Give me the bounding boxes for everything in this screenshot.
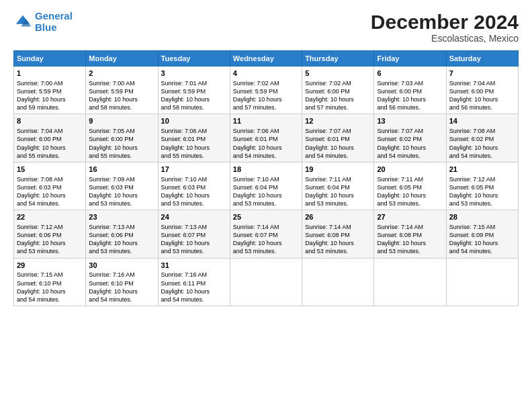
day-number: 8	[17, 116, 83, 126]
day-number: 21	[449, 165, 515, 175]
col-friday: Friday	[374, 51, 446, 66]
sunset-label: Sunset: 6:00 PM	[17, 136, 62, 142]
daylight-label: Daylight: 10 hours	[377, 240, 426, 246]
col-wednesday: Wednesday	[230, 51, 302, 66]
cell-w1-d3: 3Sunrise: 7:01 AMSunset: 5:59 PMDaylight…	[158, 66, 230, 114]
sunset-label: Sunset: 6:00 PM	[305, 88, 350, 95]
sunrise-label: Sunrise: 7:05 AM	[89, 128, 135, 134]
sunset-label: Sunset: 6:07 PM	[161, 232, 206, 238]
daylight-detail: and 53 minutes.	[449, 200, 492, 207]
cell-w3-d7: 21Sunrise: 7:12 AMSunset: 6:05 PMDayligh…	[446, 162, 518, 210]
cell-w2-d7: 14Sunrise: 7:08 AMSunset: 6:02 PMDayligh…	[446, 114, 518, 162]
daylight-label: Daylight: 10 hours	[17, 144, 66, 151]
daylight-label: Daylight: 10 hours	[161, 144, 210, 151]
daylight-detail: and 54 minutes.	[17, 296, 60, 303]
cell-w5-d3: 31Sunrise: 7:16 AMSunset: 6:11 PMDayligh…	[158, 258, 230, 306]
sunset-label: Sunset: 6:08 PM	[377, 232, 422, 238]
logo-icon	[13, 13, 32, 32]
sunrise-label: Sunrise: 7:03 AM	[377, 80, 423, 87]
daylight-detail: and 53 minutes.	[305, 200, 348, 207]
daylight-label: Daylight: 10 hours	[377, 96, 426, 103]
cell-w2-d3: 10Sunrise: 7:06 AMSunset: 6:01 PMDayligh…	[158, 114, 230, 162]
daylight-label: Daylight: 10 hours	[161, 192, 210, 199]
sunrise-label: Sunrise: 7:00 AM	[17, 80, 63, 87]
daylight-detail: and 53 minutes.	[89, 248, 132, 255]
cell-w4-d2: 23Sunrise: 7:13 AMSunset: 6:06 PMDayligh…	[86, 210, 158, 258]
cell-w2-d6: 13Sunrise: 7:07 AMSunset: 6:02 PMDayligh…	[374, 114, 446, 162]
cell-w2-d5: 12Sunrise: 7:07 AMSunset: 6:01 PMDayligh…	[302, 114, 374, 162]
sunrise-label: Sunrise: 7:15 AM	[17, 271, 63, 278]
sunrise-label: Sunrise: 7:14 AM	[377, 224, 423, 230]
cell-w3-d6: 20Sunrise: 7:11 AMSunset: 6:05 PMDayligh…	[374, 162, 446, 210]
sunset-label: Sunset: 6:10 PM	[17, 280, 62, 287]
logo: General Blue	[13, 11, 73, 33]
daylight-label: Daylight: 10 hours	[233, 192, 282, 199]
cell-w1-d4: 4Sunrise: 7:02 AMSunset: 5:59 PMDaylight…	[230, 66, 302, 114]
sunrise-label: Sunrise: 7:12 AM	[449, 176, 496, 183]
sunrise-label: Sunrise: 7:01 AM	[161, 80, 208, 87]
daylight-label: Daylight: 10 hours	[449, 96, 498, 103]
sunset-label: Sunset: 6:00 PM	[89, 136, 134, 142]
daylight-detail: and 53 minutes.	[17, 248, 60, 255]
sunset-label: Sunset: 6:01 PM	[233, 136, 278, 142]
sunset-label: Sunset: 6:00 PM	[377, 88, 422, 95]
day-number: 17	[161, 165, 227, 175]
sunrise-label: Sunrise: 7:12 AM	[17, 224, 63, 230]
daylight-label: Daylight: 10 hours	[161, 96, 210, 103]
daylight-detail: and 54 minutes.	[89, 296, 132, 303]
week-row-5: 29Sunrise: 7:15 AMSunset: 6:10 PMDayligh…	[14, 258, 519, 306]
daylight-label: Daylight: 10 hours	[449, 192, 498, 199]
sunset-label: Sunset: 6:02 PM	[449, 136, 494, 142]
sunrise-label: Sunrise: 7:13 AM	[161, 224, 208, 230]
cell-w1-d7: 7Sunrise: 7:04 AMSunset: 6:00 PMDaylight…	[446, 66, 518, 114]
daylight-detail: and 54 minutes.	[17, 200, 60, 207]
daylight-detail: and 53 minutes.	[305, 248, 348, 255]
daylight-detail: and 55 minutes.	[17, 152, 60, 159]
sunset-label: Sunset: 6:04 PM	[233, 184, 278, 191]
daylight-label: Daylight: 10 hours	[89, 288, 138, 295]
daylight-detail: and 59 minutes.	[17, 104, 60, 111]
day-number: 31	[161, 261, 227, 271]
cell-w5-d6	[374, 258, 446, 306]
day-number: 7	[449, 68, 515, 79]
day-number: 22	[17, 212, 83, 222]
sunset-label: Sunset: 6:01 PM	[305, 136, 350, 142]
sunrise-label: Sunrise: 7:00 AM	[89, 80, 135, 87]
sunset-label: Sunset: 6:01 PM	[161, 136, 206, 142]
sunrise-label: Sunrise: 7:02 AM	[233, 80, 279, 87]
sunrise-label: Sunrise: 7:16 AM	[89, 271, 135, 278]
day-number: 11	[233, 116, 299, 126]
col-sunday: Sunday	[14, 51, 86, 66]
cell-w5-d5	[302, 258, 374, 306]
day-number: 25	[233, 212, 299, 222]
day-number: 12	[305, 116, 371, 126]
daylight-detail: and 53 minutes.	[233, 248, 276, 255]
sunset-label: Sunset: 6:10 PM	[89, 280, 134, 287]
sunset-label: Sunset: 6:03 PM	[17, 184, 62, 191]
day-number: 28	[449, 212, 515, 222]
day-number: 14	[449, 116, 515, 126]
cell-w1-d6: 6Sunrise: 7:03 AMSunset: 6:00 PMDaylight…	[374, 66, 446, 114]
daylight-label: Daylight: 10 hours	[305, 144, 354, 151]
cell-w1-d1: 1Sunrise: 7:00 AMSunset: 5:59 PMDaylight…	[14, 66, 86, 114]
cell-w4-d6: 27Sunrise: 7:14 AMSunset: 6:08 PMDayligh…	[374, 210, 446, 258]
day-number: 3	[161, 68, 227, 79]
daylight-label: Daylight: 10 hours	[17, 288, 66, 295]
cell-w5-d4	[230, 258, 302, 306]
sunset-label: Sunset: 6:06 PM	[89, 232, 134, 238]
sunset-label: Sunset: 6:07 PM	[233, 232, 278, 238]
cell-w3-d3: 17Sunrise: 7:10 AMSunset: 6:03 PMDayligh…	[158, 162, 230, 210]
sunset-label: Sunset: 6:00 PM	[449, 88, 494, 95]
sunrise-label: Sunrise: 7:10 AM	[161, 176, 208, 183]
daylight-label: Daylight: 10 hours	[161, 288, 210, 295]
sunset-label: Sunset: 5:59 PM	[233, 88, 278, 95]
cell-w3-d4: 18Sunrise: 7:10 AMSunset: 6:04 PMDayligh…	[230, 162, 302, 210]
daylight-label: Daylight: 10 hours	[161, 240, 210, 246]
sunset-label: Sunset: 6:06 PM	[17, 232, 62, 238]
sunrise-label: Sunrise: 7:14 AM	[305, 224, 351, 230]
daylight-detail: and 54 minutes.	[161, 296, 204, 303]
col-monday: Monday	[86, 51, 158, 66]
cell-w2-d1: 8Sunrise: 7:04 AMSunset: 6:00 PMDaylight…	[14, 114, 86, 162]
daylight-detail: and 55 minutes.	[89, 152, 132, 159]
daylight-label: Daylight: 10 hours	[17, 96, 66, 103]
